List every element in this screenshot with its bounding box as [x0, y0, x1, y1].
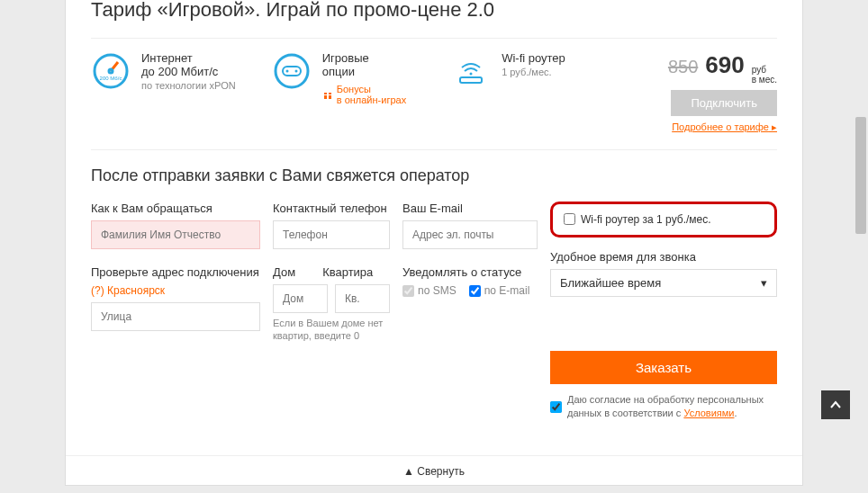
bonus-link[interactable]: Бонусыв онлайн-играх — [322, 84, 406, 105]
feature-internet: 200 Мб/с Интернет до 200 Мбит/с по техно… — [91, 51, 236, 91]
price-unit: рубв мес. — [752, 65, 777, 85]
flat-label: Квартира — [322, 265, 373, 279]
scroll-top-button[interactable] — [821, 390, 850, 419]
page-title: Тариф «Игровой». Играй по промо-цене 2.0 — [91, 0, 777, 22]
router-checkbox[interactable] — [564, 213, 575, 225]
speedometer-icon: 200 Мб/с — [91, 51, 131, 91]
feature-label: Игровые — [322, 51, 406, 65]
feature-tech: по технологии xPON — [141, 80, 236, 91]
feature-label: Wi-fi роутер — [502, 51, 565, 65]
svg-point-10 — [470, 73, 473, 76]
wifi-router-icon — [451, 51, 491, 91]
new-price: 690 — [705, 51, 744, 79]
more-link[interactable]: Подробнее о тарифе ▸ — [668, 121, 777, 133]
consent-checkbox[interactable] — [550, 393, 562, 421]
svg-rect-9 — [324, 94, 331, 95]
scrollbar-thumb[interactable] — [855, 117, 866, 234]
house-input[interactable] — [273, 284, 328, 313]
feature-label: Интернет — [141, 51, 236, 65]
phone-label: Контактный телефон — [273, 202, 390, 215]
scrollbar-track[interactable] — [855, 4, 866, 488]
feature-sub: опции — [322, 65, 406, 78]
address-label: Проверьте адрес подключения — [91, 265, 260, 279]
feature-router: Wi-fi роутер 1 руб./мес. — [451, 51, 565, 91]
calltime-select[interactable]: Ближайшее время ▾ — [550, 269, 777, 297]
feature-sub: 1 руб./мес. — [502, 67, 565, 77]
email-label: Ваш E-mail — [402, 202, 538, 215]
consent-row: Даю согласие на обработку персональных д… — [550, 393, 777, 421]
house-label: Дом — [273, 265, 295, 279]
order-button[interactable]: Заказать — [550, 351, 777, 384]
notify-sms[interactable]: no SMS — [402, 284, 457, 297]
svg-point-5 — [285, 70, 288, 73]
notify-email[interactable]: no E-mail — [469, 284, 530, 297]
gamepad-icon — [272, 51, 312, 91]
phone-input[interactable] — [273, 220, 390, 249]
name-label: Как к Вам обращаться — [91, 202, 260, 215]
router-checkbox-box[interactable]: Wi-fi роутер за 1 руб./мес. — [550, 202, 777, 238]
street-input[interactable] — [91, 302, 260, 331]
collapse-toggle[interactable]: ▲ Свернуть — [66, 455, 802, 487]
svg-point-6 — [294, 70, 297, 73]
form-title: После отправки заявки с Вами свяжется оп… — [91, 166, 777, 185]
svg-text:200 Мб/с: 200 Мб/с — [100, 76, 122, 81]
old-price: 850 — [668, 57, 698, 77]
feature-sub: до 200 Мбит/с — [141, 65, 236, 78]
feature-gaming: Игровые опции Бонусыв онлайн-играх — [272, 51, 406, 105]
svg-rect-4 — [283, 67, 301, 76]
name-input[interactable] — [91, 220, 260, 249]
connect-button[interactable]: Подключить — [671, 90, 777, 116]
flat-input[interactable] — [335, 284, 390, 313]
svg-rect-11 — [460, 77, 482, 83]
router-checkbox-label: Wi-fi роутер за 1 руб./мес. — [581, 213, 711, 226]
notify-label: Уведомлять о статусе — [402, 265, 538, 279]
chevron-up-icon — [829, 399, 842, 411]
chevron-down-icon: ▾ — [761, 276, 767, 290]
city-link[interactable]: (?) Красноярск — [91, 284, 260, 297]
features-row: 200 Мб/с Интернет до 200 Мбит/с по техно… — [91, 38, 777, 150]
terms-link[interactable]: Условиями — [683, 408, 734, 418]
svg-rect-8 — [327, 93, 329, 99]
svg-point-3 — [276, 55, 308, 87]
email-input[interactable] — [402, 220, 538, 249]
calltime-label: Удобное время для звонка — [550, 250, 777, 264]
house-hint: Если в Вашем доме нет квартир, введите 0 — [273, 317, 390, 343]
gift-icon — [322, 89, 333, 100]
price-block: 850 690 рубв мес. Подключить Подробнее о… — [668, 51, 777, 133]
